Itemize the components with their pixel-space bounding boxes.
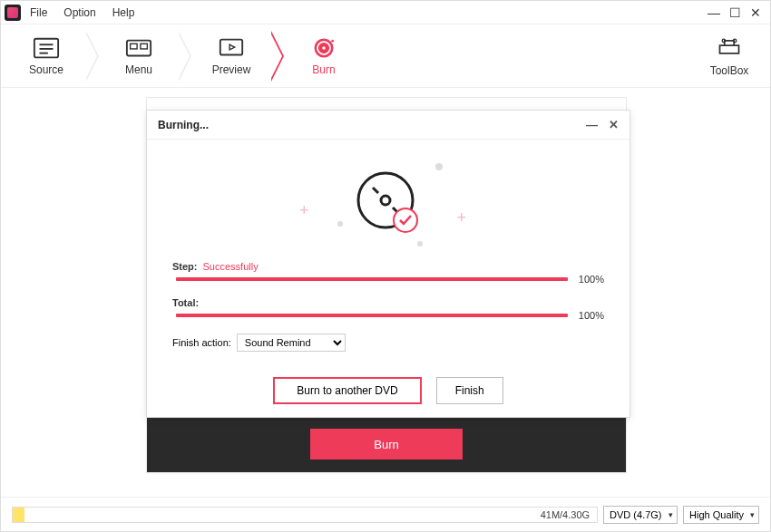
- finish-action-label: Finish action:: [172, 337, 231, 348]
- step-burn[interactable]: Burn: [288, 36, 360, 76]
- window-controls: — ☐ ✕: [708, 5, 766, 20]
- step-progress-bar: [176, 277, 568, 281]
- menu-icon: [125, 36, 152, 60]
- source-icon: [33, 36, 60, 60]
- dialog-buttons: Burn to another DVD Finish: [172, 377, 604, 404]
- plus-icon: +: [456, 208, 466, 227]
- finish-action-select[interactable]: Sound Remind: [237, 334, 346, 352]
- disc-graphic: + +: [172, 158, 604, 248]
- step-burn-label: Burn: [312, 63, 335, 76]
- svg-line-18: [373, 188, 378, 193]
- dialog-titlebar: Burning... — ✕: [147, 111, 629, 140]
- size-usage-text: 41M/4.30G: [541, 509, 590, 520]
- dot-icon: [337, 221, 343, 227]
- chevron-active-icon: [271, 31, 284, 82]
- app-logo-icon: [5, 5, 21, 21]
- svg-point-12: [331, 39, 334, 42]
- svg-rect-7: [220, 39, 242, 54]
- step-preview-label: Preview: [212, 63, 251, 76]
- svg-rect-5: [131, 44, 138, 49]
- dialog-body: + + Step: Successfully: [147, 140, 629, 415]
- burn-icon: [310, 36, 337, 60]
- step-source[interactable]: Source: [10, 36, 83, 76]
- close-icon[interactable]: ✕: [750, 5, 761, 20]
- preview-icon: [218, 36, 245, 60]
- step-status: Successfully: [203, 261, 259, 272]
- svg-rect-6: [141, 44, 148, 49]
- maximize-icon[interactable]: ☐: [729, 5, 741, 20]
- total-progress: Total: 100%: [172, 297, 604, 321]
- step-menu-label: Menu: [125, 63, 152, 76]
- chevron-icon: [179, 31, 191, 82]
- svg-point-11: [322, 46, 326, 50]
- finish-action-row: Finish action: Sound Remind: [172, 334, 604, 352]
- disc-type-select[interactable]: DVD (4.7G): [603, 506, 678, 524]
- step-progress: Step: Successfully 100%: [172, 261, 604, 285]
- main-menu: File Option Help: [30, 6, 134, 19]
- step-toolbar: Source Menu Preview Burn ToolBox: [1, 24, 770, 88]
- minimize-icon[interactable]: —: [708, 5, 720, 20]
- step-label: Step:: [172, 261, 198, 272]
- total-label: Total:: [172, 297, 199, 308]
- menu-file[interactable]: File: [30, 6, 47, 19]
- dialog-minimize-icon[interactable]: —: [586, 118, 598, 131]
- plus-icon: +: [299, 201, 309, 220]
- dot-icon: [417, 241, 423, 247]
- svg-point-17: [381, 196, 390, 205]
- step-preview[interactable]: Preview: [195, 36, 268, 76]
- burn-another-button[interactable]: Burn to another DVD: [273, 377, 421, 404]
- step-percent: 100%: [579, 274, 604, 285]
- dialog-title-text: Burning...: [158, 119, 209, 131]
- main-area: Burn Burning... — ✕ +: [1, 88, 770, 495]
- burning-dialog: Burning... — ✕ + +: [146, 110, 630, 418]
- size-usage-bar: 41M/4.30G: [12, 507, 598, 523]
- menu-option[interactable]: Option: [63, 6, 95, 19]
- dot-icon: [435, 163, 443, 170]
- step-source-label: Source: [29, 63, 63, 76]
- chevron-icon: [86, 31, 99, 82]
- step-menu[interactable]: Menu: [102, 36, 175, 76]
- burn-button[interactable]: Burn: [310, 429, 463, 459]
- toolbox-icon: [717, 35, 742, 61]
- titlebar: File Option Help — ☐ ✕: [1, 1, 770, 24]
- status-bar: 41M/4.30G DVD (4.7G) High Quality: [1, 497, 770, 531]
- toolbox-button[interactable]: ToolBox: [698, 35, 761, 77]
- svg-rect-13: [720, 45, 739, 53]
- menu-help[interactable]: Help: [112, 6, 135, 19]
- svg-marker-8: [229, 44, 235, 50]
- total-percent: 100%: [579, 310, 604, 321]
- total-progress-bar: [176, 314, 568, 317]
- dialog-close-icon[interactable]: ✕: [609, 118, 619, 131]
- finish-button[interactable]: Finish: [436, 377, 503, 404]
- card-footer: Burn: [147, 416, 626, 472]
- disc-icon: [353, 168, 424, 238]
- quality-select[interactable]: High Quality: [683, 506, 759, 524]
- toolbox-label: ToolBox: [710, 64, 749, 77]
